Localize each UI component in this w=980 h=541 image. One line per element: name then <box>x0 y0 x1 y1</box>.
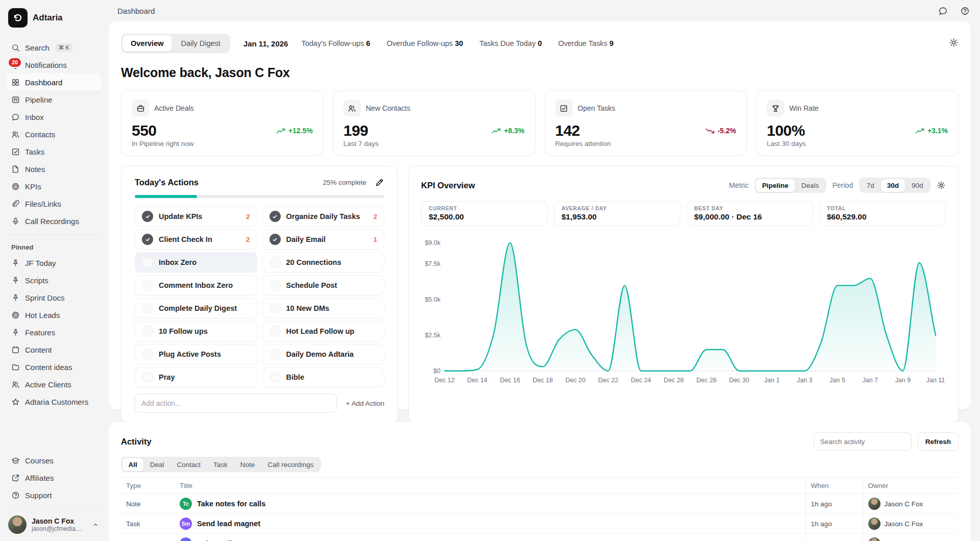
action-item-client-check-in[interactable]: Client Check In2 <box>135 229 257 250</box>
checked-circle-icon[interactable] <box>142 211 153 222</box>
activity-tab-all[interactable]: All <box>122 458 143 471</box>
unchecked-circle-icon[interactable] <box>270 257 281 268</box>
sidebar-item-scripts[interactable]: Scripts <box>6 272 101 289</box>
activity-tab-contact[interactable]: Contact <box>171 458 207 471</box>
sidebar-item-tasks[interactable]: Tasks <box>6 143 101 160</box>
table-row[interactable]: NoteTcTake notes for calls1h agoJason C … <box>121 494 959 514</box>
chat-bubble-icon[interactable] <box>938 6 948 16</box>
action-item-organize-daily-tasks[interactable]: Organize Daily Tasks2 <box>262 206 385 227</box>
sidebar-item-notifications[interactable]: Notifications20 <box>6 56 101 73</box>
sidebar-item-sprint-docs[interactable]: Sprint Docs <box>6 289 101 306</box>
action-item-daily-email[interactable]: Daily Email1 <box>262 229 385 250</box>
unchecked-circle-icon[interactable] <box>142 303 153 314</box>
refresh-button[interactable]: Refresh <box>918 432 959 451</box>
sidebar-item-inbox[interactable]: Inbox <box>6 108 101 126</box>
unchecked-circle-icon[interactable] <box>142 280 153 291</box>
table-row[interactable]: TaskSmSend lead magnet1h agoJason C Fox <box>121 514 959 534</box>
sidebar-item-affiliates[interactable]: Affiliates <box>6 469 101 486</box>
user-avatar <box>8 515 27 534</box>
todays-actions-card: Today's Actions 25% complete Update KPIs… <box>121 166 398 424</box>
sidebar-item-dashboard[interactable]: Dashboard <box>6 73 101 91</box>
tab-daily-digest[interactable]: Daily Digest <box>173 35 229 52</box>
activity-search-input[interactable] <box>814 432 912 451</box>
table-row[interactable]: NoteSCSales Call1h agoJason C Fox <box>121 534 959 541</box>
unchecked-circle-icon[interactable] <box>270 372 281 383</box>
sidebar-item-label: KPIs <box>25 182 41 191</box>
activity-tab-call-recordings[interactable]: Call recordings <box>261 458 320 471</box>
sidebar-item-support[interactable]: Support <box>6 486 101 504</box>
kanban-icon <box>11 95 20 104</box>
action-item-plug-active-posts[interactable]: Plug Active Posts <box>135 344 257 364</box>
sidebar-item-content[interactable]: Content <box>6 341 101 358</box>
unchecked-circle-icon[interactable] <box>142 326 153 337</box>
checked-circle-icon[interactable] <box>270 211 281 222</box>
sidebar-item-hot-leads[interactable]: Hot Leads <box>6 306 101 324</box>
action-item-pray[interactable]: Pray <box>135 367 257 387</box>
action-item-20-connections[interactable]: 20 Connections <box>262 252 385 273</box>
action-count: 2 <box>246 236 250 243</box>
unchecked-circle-icon[interactable] <box>270 303 281 314</box>
action-item-comment-inbox-zero[interactable]: Comment Inbox Zero <box>135 275 257 296</box>
unchecked-circle-icon[interactable] <box>142 349 153 360</box>
add-action-button[interactable]: + Add Action <box>346 400 384 407</box>
stat-card-trend: +12.5% <box>276 127 313 135</box>
action-item-hot-lead-follow-up[interactable]: Hot Lead Follow up <box>262 321 385 341</box>
metric-label: Metric <box>729 181 748 189</box>
sidebar-item-active-clients[interactable]: Active Clients <box>6 376 101 393</box>
sidebar-item-contacts[interactable]: Contacts <box>6 126 101 143</box>
unchecked-circle-icon[interactable] <box>270 326 281 337</box>
action-item-update-kpis[interactable]: Update KPIs2 <box>135 206 257 227</box>
action-item-bible[interactable]: Bible <box>262 367 385 387</box>
entity-avatar: SC <box>180 537 192 541</box>
kpi-stat-average-day: AVERAGE / DAY$1,953.00 <box>554 201 680 226</box>
checked-circle-icon[interactable] <box>142 234 153 245</box>
header-stat-overdue-follow-ups: Overdue Follow-ups30 <box>386 39 463 47</box>
sidebar-item-label: JF Today <box>25 259 56 267</box>
sidebar-item-kpis[interactable]: KPIs <box>6 178 101 195</box>
period-option-7d[interactable]: 7d <box>861 179 880 192</box>
action-item-inbox-zero[interactable]: Inbox Zero <box>135 252 257 273</box>
checked-circle-icon[interactable] <box>270 234 281 245</box>
sidebar-item-content-ideas[interactable]: Content ideas <box>6 358 101 376</box>
add-action-input[interactable] <box>135 394 337 413</box>
header-stat-value: 0 <box>537 39 542 47</box>
activity-tab-note[interactable]: Note <box>234 458 261 471</box>
activity-tab-deal[interactable]: Deal <box>144 458 170 471</box>
pencil-icon[interactable] <box>375 178 384 187</box>
sidebar-item-adtaria-customers[interactable]: Adtaria Customers <box>6 393 101 410</box>
sidebar-item-search[interactable]: Search ⌘ K <box>6 39 101 56</box>
help-circle-icon[interactable] <box>960 6 970 16</box>
column-header-type: Type <box>121 478 175 494</box>
unchecked-circle-icon[interactable] <box>270 349 281 360</box>
activity-tab-task[interactable]: Task <box>207 458 234 471</box>
graduation-cap-icon <box>11 456 20 465</box>
unchecked-circle-icon[interactable] <box>270 280 281 291</box>
sidebar-item-features[interactable]: Features <box>6 324 101 341</box>
stat-card-icon-chip <box>344 100 361 117</box>
action-item-schedule-post[interactable]: Schedule Post <box>262 275 385 296</box>
action-item-complete-daily-digest[interactable]: Complete Daily Digest <box>135 298 257 318</box>
period-option-30d[interactable]: 30d <box>881 179 905 192</box>
sidebar-item-pipeline[interactable]: Pipeline <box>6 91 101 108</box>
period-option-90d[interactable]: 90d <box>905 179 929 192</box>
user-menu[interactable]: Jason C Fox jason@jcfmedia.... <box>6 509 101 536</box>
tab-overview[interactable]: Overview <box>122 35 172 52</box>
sidebar-item-courses[interactable]: Courses <box>6 452 101 469</box>
unchecked-circle-icon[interactable] <box>142 372 153 383</box>
metric-option-pipeline[interactable]: Pipeline <box>756 179 795 192</box>
metric-option-deals[interactable]: Deals <box>795 179 825 192</box>
unchecked-circle-icon[interactable] <box>142 257 153 268</box>
sidebar-item-call-recordings[interactable]: Call Recordings <box>6 212 101 230</box>
svg-text:Dec 20: Dec 20 <box>566 377 586 384</box>
action-item-10-follow-ups[interactable]: 10 Follow ups <box>135 321 257 341</box>
sidebar-item-jf-today[interactable]: JF Today <box>6 254 101 272</box>
sidebar-item-files-links[interactable]: Files/Links <box>6 195 101 212</box>
header-stat-value: 30 <box>455 39 463 47</box>
svg-text:$2.5k: $2.5k <box>425 332 440 339</box>
action-item-daily-demo-adtaria[interactable]: Daily Demo Adtaria <box>262 344 385 364</box>
action-label: Organize Daily Tasks <box>286 212 360 220</box>
sidebar-item-notes[interactable]: Notes <box>6 160 101 178</box>
gear-icon[interactable] <box>937 181 946 190</box>
gear-icon[interactable] <box>949 38 959 47</box>
action-item-10-new-dms[interactable]: 10 New DMs <box>262 298 385 318</box>
